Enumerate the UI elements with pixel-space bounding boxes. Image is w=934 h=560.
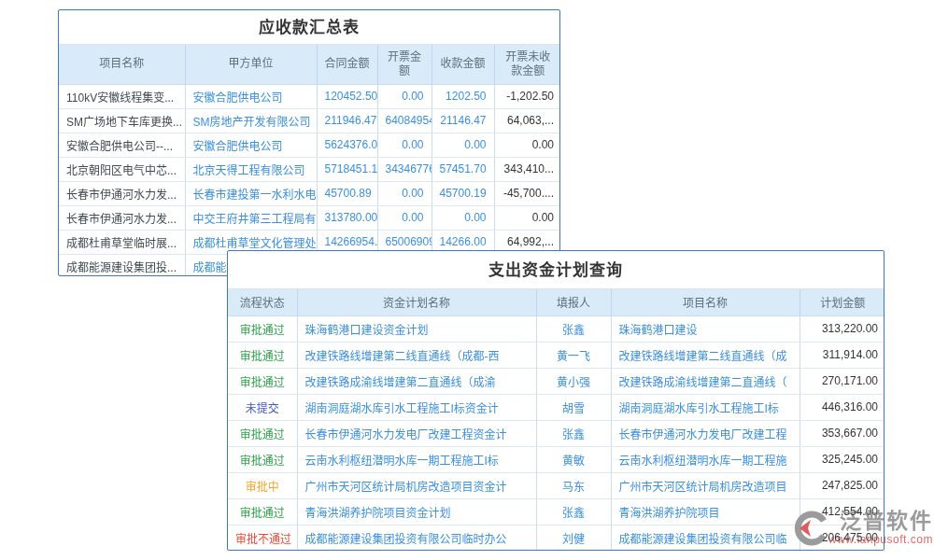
- project-name-link[interactable]: 改建铁路成渝线增建第二直通线（: [611, 368, 800, 394]
- planned-amount-cell: 247,825.00: [800, 472, 884, 498]
- expenditure-column-header: 项目名称: [611, 289, 800, 315]
- project-name-link[interactable]: 湖南洞庭湖水库引水工程施工I标: [611, 394, 800, 420]
- table-row: 审批通过改建铁路成渝线增建第二直通线（成渝黄小强改建铁路成渝线增建第二直通线（2…: [228, 368, 884, 394]
- reporter-name-link[interactable]: 黄敏: [536, 446, 611, 472]
- planned-amount-cell: 412,554.00: [800, 498, 884, 525]
- expenditure-table: 流程状态资金计划名称填报人项目名称计划金额 审批通过珠海鹤港口建设资金计划张鑫珠…: [228, 289, 884, 551]
- received-amount-cell: 57451.70: [432, 157, 494, 181]
- expenditure-column-header: 计划金额: [800, 289, 884, 315]
- project-name-cell: 110kV安徽线程集变...: [59, 84, 185, 108]
- table-row: 长春市伊通河水力发...长春市建投第一水利水电45700.890.0045700…: [59, 181, 560, 205]
- reporter-name-link[interactable]: 胡雪: [536, 394, 611, 420]
- receivables-column-header: 开票金额: [377, 45, 432, 84]
- received-amount-cell: 0.00: [432, 133, 494, 157]
- project-name-cell: SM广场地下车库更换...: [59, 108, 185, 133]
- receivables-column-header: 甲方单位: [185, 45, 317, 84]
- fund-plan-name-link[interactable]: 成都能源建设集团投资有限公司临时办公: [297, 525, 536, 551]
- fund-plan-name-link[interactable]: 珠海鹤港口建设资金计划: [297, 315, 536, 342]
- outstanding-amount-cell: -45,700....: [494, 181, 560, 205]
- table-row: 安徽合肥供电公司--...安徽合肥供电公司5624376.00.000.000.…: [59, 133, 560, 157]
- outstanding-amount-cell: 0.00: [494, 133, 560, 157]
- workflow-status-badge: 审批不通过: [228, 525, 297, 551]
- reporter-name-link[interactable]: 张鑫: [536, 315, 611, 342]
- client-name-link[interactable]: 北京天得工程有限公司: [185, 157, 317, 181]
- workflow-status-badge: 审批中: [228, 472, 297, 498]
- reporter-name-link[interactable]: 张鑫: [536, 420, 611, 446]
- receivables-table-title: 应收款汇总表: [59, 10, 559, 45]
- client-name-link[interactable]: 长春市建投第一水利水电: [185, 181, 317, 205]
- planned-amount-cell: 313,220.00: [800, 315, 884, 342]
- invoiced-amount-cell: 0.00: [377, 181, 432, 205]
- planned-amount-cell: 270,171.00: [800, 368, 884, 394]
- reporter-name-link[interactable]: 黄一飞: [536, 342, 611, 368]
- fund-plan-name-link[interactable]: 青海洪湖养护院项目资金计划: [297, 498, 536, 525]
- expenditure-plan-query-table: 支出资金计划查询 流程状态资金计划名称填报人项目名称计划金额 审批通过珠海鹤港口…: [227, 250, 884, 551]
- project-name-cell: 安徽合肥供电公司--...: [59, 133, 185, 157]
- invoiced-amount-cell: 0.00: [377, 133, 432, 157]
- client-name-link[interactable]: 中交王府井第三工程局有: [185, 205, 317, 230]
- planned-amount-cell: 353,667.00: [800, 420, 884, 446]
- fund-plan-name-link[interactable]: 改建铁路成渝线增建第二直通线（成渝: [297, 368, 536, 394]
- outstanding-amount-cell: 343,410...: [494, 157, 560, 181]
- project-name-link[interactable]: 成都能源建设集团投资有限公司临: [611, 525, 800, 551]
- project-name-link[interactable]: 珠海鹤港口建设: [611, 315, 800, 342]
- received-amount-cell: 1202.50: [432, 84, 494, 108]
- project-name-link[interactable]: 长春市伊通河水力发电厂改建工程: [611, 420, 800, 446]
- fund-plan-name-link[interactable]: 广州市天河区统计局机房改造项目资金计: [297, 472, 536, 498]
- contract-amount-cell: 120452.50: [317, 84, 377, 108]
- contract-amount-cell: 313780.00: [317, 205, 377, 230]
- table-row: 审批通过青海洪湖养护院项目资金计划张鑫青海洪湖养护院项目412,554.00: [228, 498, 884, 525]
- expenditure-column-header: 资金计划名称: [297, 289, 536, 315]
- receivables-table: 项目名称甲方单位合同金额开票金额收款金额开票未收款金额 110kV安徽线程集变.…: [59, 45, 560, 276]
- planned-amount-cell: 446,316.00: [800, 394, 884, 420]
- table-row: 长春市伊通河水力发...中交王府井第三工程局有313780.000.000.00…: [59, 205, 560, 230]
- table-row: 审批中广州市天河区统计局机房改造项目资金计马东广州市天河区统计局机房改造项目24…: [228, 472, 884, 498]
- contract-amount-cell: 211946.47: [317, 108, 377, 133]
- workflow-status-badge: 审批通过: [228, 420, 297, 446]
- project-name-link[interactable]: 广州市天河区统计局机房改造项目: [611, 472, 800, 498]
- contract-amount-cell: 5624376.0: [317, 133, 377, 157]
- planned-amount-cell: 325,245.00: [800, 446, 884, 472]
- client-name-link[interactable]: SM房地产开发有限公司: [185, 108, 317, 133]
- workflow-status-badge: 审批通过: [228, 368, 297, 394]
- project-name-link[interactable]: 云南水利枢纽潜明水库一期工程施: [611, 446, 800, 472]
- project-name-link[interactable]: 青海洪湖养护院项目: [611, 498, 800, 525]
- invoiced-amount-cell: 64084954: [377, 108, 432, 133]
- outstanding-amount-cell: 0.00: [494, 205, 560, 230]
- fund-plan-name-link[interactable]: 长春市伊通河水力发电厂改建工程资金计: [297, 420, 536, 446]
- reporter-name-link[interactable]: 刘健: [536, 525, 611, 551]
- invoiced-amount-cell: 0.00: [377, 205, 432, 230]
- fund-plan-name-link[interactable]: 改建铁路线增建第二线直通线（成都-西: [297, 342, 536, 368]
- workflow-status-badge: 审批通过: [228, 446, 297, 472]
- workflow-status-badge: 审批通过: [228, 498, 297, 525]
- table-row: 审批不通过成都能源建设集团投资有限公司临时办公刘健成都能源建设集团投资有限公司临…: [228, 525, 884, 551]
- expenditure-table-title: 支出资金计划查询: [228, 251, 884, 289]
- table-row: 110kV安徽线程集变...安徽合肥供电公司120452.500.001202.…: [59, 84, 560, 108]
- invoiced-amount-cell: 0.00: [377, 84, 432, 108]
- reporter-name-link[interactable]: 张鑫: [536, 498, 611, 525]
- receivables-column-header: 合同金额: [317, 45, 377, 84]
- receivables-summary-table: 应收款汇总表 项目名称甲方单位合同金额开票金额收款金额开票未收款金额 110kV…: [58, 9, 560, 276]
- fund-plan-name-link[interactable]: 云南水利枢纽潜明水库一期工程施工I标: [297, 446, 536, 472]
- reporter-name-link[interactable]: 马东: [536, 472, 611, 498]
- expenditure-column-header: 流程状态: [228, 289, 297, 315]
- receivables-column-header: 开票未收款金额: [494, 45, 560, 84]
- reporter-name-link[interactable]: 黄小强: [536, 368, 611, 394]
- table-row: 未提交湖南洞庭湖水库引水工程施工I标资金计胡雪湖南洞庭湖水库引水工程施工I标44…: [228, 394, 884, 420]
- receivables-header-row: 项目名称甲方单位合同金额开票金额收款金额开票未收款金额: [59, 45, 560, 84]
- contract-amount-cell: 45700.89: [317, 181, 377, 205]
- receivables-column-header: 收款金额: [432, 45, 494, 84]
- fund-plan-name-link[interactable]: 湖南洞庭湖水库引水工程施工I标资金计: [297, 394, 536, 420]
- client-name-link[interactable]: 安徽合肥供电公司: [185, 84, 317, 108]
- project-name-cell: 长春市伊通河水力发...: [59, 205, 185, 230]
- invoiced-amount-cell: 34346776: [377, 157, 432, 181]
- received-amount-cell: 21146.47: [432, 108, 494, 133]
- table-row: 审批通过长春市伊通河水力发电厂改建工程资金计张鑫长春市伊通河水力发电厂改建工程3…: [228, 420, 884, 446]
- client-name-link[interactable]: 安徽合肥供电公司: [185, 133, 317, 157]
- project-name-link[interactable]: 改建铁路线增建第二线直通线（成: [611, 342, 800, 368]
- expenditure-column-header: 填报人: [536, 289, 611, 315]
- project-name-cell: 北京朝阳区电气中芯...: [59, 157, 185, 181]
- outstanding-amount-cell: -1,202.50: [494, 84, 560, 108]
- planned-amount-cell: 311,914.00: [800, 342, 884, 368]
- expenditure-header-row: 流程状态资金计划名称填报人项目名称计划金额: [228, 289, 884, 315]
